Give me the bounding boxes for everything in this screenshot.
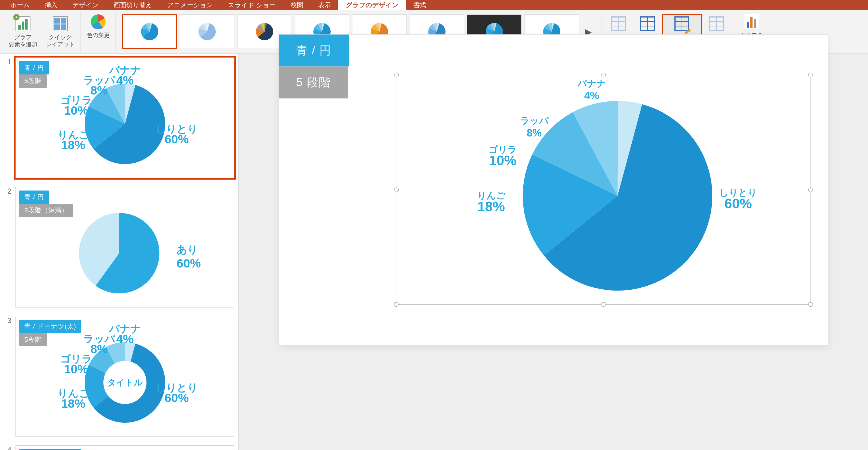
add-chart-element-button[interactable]: + グラフ 要素を追加	[7, 15, 39, 49]
resize-handle-nw[interactable]	[394, 73, 399, 77]
svg-text:10%: 10%	[64, 104, 88, 117]
tab-4[interactable]: アニメーション	[160, 0, 221, 10]
slide-thumbnail-4[interactable]: 青 / ドーナツ(細)	[16, 445, 235, 450]
slide-thumbnail-1[interactable]: 青 / 円5段階しりとり60%りんご18%ゴリラ10%ラッパ8%バナナ4%	[16, 57, 235, 178]
slide-number: 2	[4, 187, 16, 196]
select-data-icon	[639, 16, 655, 32]
svg-text:あり: あり	[177, 244, 198, 256]
svg-text:4%: 4%	[116, 73, 134, 87]
quick-layout-button[interactable]: クイック レイアウト	[44, 15, 76, 49]
slide-thumbnails-pane[interactable]: 1青 / 円5段階しりとり60%りんご18%ゴリラ10%ラッパ8%バナナ4%2青…	[0, 54, 239, 450]
slide-thumbnail-3[interactable]: 青 / ドーナツ(太)5段階タイトルしりとり60%りんご18%ゴリラ10%ラッパ…	[16, 316, 235, 437]
tab-3[interactable]: 画面切り替え	[106, 0, 160, 10]
resize-handle-w[interactable]	[394, 187, 399, 192]
resize-handle-se[interactable]	[808, 302, 813, 307]
thumb-subtitle-badge: 5段階	[19, 333, 47, 346]
resize-handle-n[interactable]	[601, 73, 606, 77]
svg-text:4%: 4%	[116, 332, 134, 346]
ribbon-group-layout: + グラフ 要素を追加 クイック レイアウト	[3, 12, 81, 52]
donut-center-text: タイトル	[107, 378, 143, 387]
svg-text:60%: 60%	[164, 132, 189, 146]
ribbon-tabs: ホーム挿入デザイン画面切り替えアニメーションスライド ショー校閲表示グラフのデザ…	[0, 0, 868, 10]
svg-text:18%: 18%	[61, 138, 85, 152]
workspace: 1青 / 円5段階しりとり60%りんご18%ゴリラ10%ラッパ8%バナナ4%2青…	[0, 54, 868, 450]
svg-text:8%: 8%	[91, 84, 108, 97]
thumb-badges: 青 / ドーナツ(太)5段階	[19, 320, 81, 346]
switch-row-col-icon	[611, 16, 627, 32]
chart-style-2[interactable]	[180, 14, 235, 49]
label-rappa-value: 8%	[527, 127, 542, 139]
thumb-badges: 青 / 円5段階	[19, 61, 49, 88]
svg-text:18%: 18%	[61, 397, 85, 410]
canvas-subtitle-badge: 5 段階	[279, 66, 348, 98]
pie-chart[interactable]: しりとり60%りんご18%ゴリラ10%ラッパ8%バナナ4%	[396, 75, 811, 305]
slide-canvas-area[interactable]: 青 / 円 5 段階 しりとり60%りんご18%ゴリラ10%ラッパ8%バナナ4%	[239, 54, 868, 450]
slide-thumbnail-row-4[interactable]: 4青 / ドーナツ(細)	[0, 444, 239, 450]
thumb-title-badge: 青 / 円	[19, 190, 49, 204]
label-banana-value: 4%	[584, 90, 599, 101]
canvas-title-badges: 青 / 円 5 段階	[279, 34, 349, 98]
change-colors-button[interactable]: 色の変更	[85, 13, 112, 39]
slide-number: 4	[4, 445, 16, 450]
palette-icon	[90, 14, 106, 30]
tab-9[interactable]: 書式	[406, 0, 434, 10]
svg-text:60%: 60%	[177, 257, 201, 270]
label-banana-name: バナナ	[577, 78, 606, 89]
svg-text:8%: 8%	[91, 342, 108, 356]
edit-in-excel-icon	[674, 16, 690, 32]
thumb-title-badge: 青 / 円	[19, 61, 49, 74]
tab-0[interactable]: ホーム	[3, 0, 37, 10]
chart-style-1[interactable]	[122, 14, 177, 49]
chart-selection-box[interactable]: しりとり60%りんご18%ゴリラ10%ラッパ8%バナナ4%	[396, 75, 811, 305]
label-gorira-value: 10%	[489, 153, 517, 168]
svg-text:60%: 60%	[164, 391, 189, 404]
tab-6[interactable]: 校閲	[283, 0, 311, 10]
resize-handle-s[interactable]	[601, 302, 606, 307]
slide-thumbnail-2[interactable]: 青 / 円2段階（短満）あり60%	[16, 187, 235, 307]
svg-text:10%: 10%	[64, 362, 88, 376]
resize-handle-e[interactable]	[808, 187, 813, 192]
tab-8[interactable]: グラフのデザイン	[338, 0, 406, 10]
thumb-badges: 青 / 円2段階（短満）	[19, 190, 73, 217]
thumb-subtitle-badge: 5段階	[19, 74, 47, 88]
resize-handle-sw[interactable]	[394, 302, 399, 307]
slide-number: 1	[4, 57, 16, 66]
slide-canvas[interactable]: 青 / 円 5 段階 しりとり60%りんご18%ゴリラ10%ラッパ8%バナナ4%	[279, 34, 828, 345]
quick-layout-icon	[52, 16, 68, 32]
change-chart-type-icon	[743, 14, 760, 30]
chart-plus-icon: +	[15, 16, 31, 32]
tab-2[interactable]: デザイン	[65, 0, 106, 10]
label-ringo-value: 18%	[477, 199, 505, 214]
canvas-title-badge: 青 / 円	[279, 34, 349, 66]
slide-thumbnail-row-1[interactable]: 1青 / 円5段階しりとり60%りんご18%ゴリラ10%ラッパ8%バナナ4%	[0, 56, 239, 185]
ribbon-group-colors: 色の変更	[81, 12, 116, 52]
thumb-title-badge: 青 / ドーナツ(太)	[19, 320, 81, 333]
label-rappa-name: ラッパ	[520, 116, 549, 126]
resize-handle-ne[interactable]	[808, 73, 813, 77]
refresh-data-icon	[708, 16, 724, 32]
slide-thumbnail-row-3[interactable]: 3青 / ドーナツ(太)5段階タイトルしりとり60%りんご18%ゴリラ10%ラッ…	[0, 314, 239, 444]
tab-5[interactable]: スライド ショー	[221, 0, 283, 10]
slide-thumbnail-row-2[interactable]: 2青 / 円2段階（短満）あり60%	[0, 185, 239, 314]
tab-7[interactable]: 表示	[311, 0, 338, 10]
label-shiritori-value: 60%	[724, 196, 752, 211]
tab-1[interactable]: 挿入	[37, 0, 65, 10]
slide-number: 3	[4, 316, 16, 325]
thumb-subtitle-badge: 2段階（短満）	[19, 204, 73, 217]
